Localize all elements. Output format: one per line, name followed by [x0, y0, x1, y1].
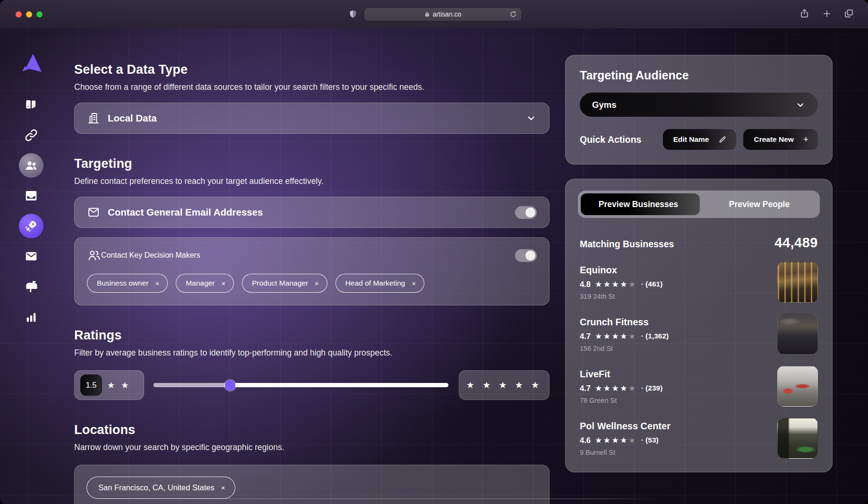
star-icons: ★★★★★ [595, 331, 637, 341]
targeting-subtitle: Define contact preferences to reach your… [74, 176, 550, 186]
role-chip[interactable]: Product Manager × [242, 274, 327, 293]
sidebar-item-inbox[interactable] [23, 187, 40, 204]
preview-card: Preview Businesses Preview People Matchi… [565, 179, 833, 472]
business-row[interactable]: Crunch Fitness 4.7 ★★★★★ · (1,362) 156 2… [578, 314, 820, 355]
tab-overview-icon[interactable] [843, 8, 855, 19]
chip-remove-icon[interactable]: × [221, 484, 225, 492]
business-row[interactable]: Equinox 4.8 ★★★★★ · (461) 319 24th St [578, 262, 820, 303]
targeting-audience-card: Targeting Audience Gyms Quick Actions Ed… [565, 55, 833, 165]
targeting-title: Targeting [74, 156, 550, 171]
sidebar-item-mailbox[interactable] [23, 278, 40, 295]
chip-remove-icon[interactable]: × [221, 279, 225, 287]
sidebar-item-analytics[interactable] [23, 308, 40, 325]
general-email-label: Contact General Email Addresses [108, 207, 263, 218]
key-decision-toggle[interactable] [515, 249, 537, 262]
key-decision-card: Contact Key Decision Makers Business own… [74, 237, 550, 305]
sidebar-item-email[interactable] [23, 248, 40, 265]
privacy-shield-icon[interactable] [347, 9, 359, 20]
sidebar [0, 28, 62, 504]
browser-titlebar: artisan.co [0, 0, 868, 28]
chevron-down-icon [525, 113, 537, 124]
chip-remove-icon[interactable]: × [412, 279, 416, 287]
locations-subtitle: Narrow down your search by specific geog… [74, 443, 550, 452]
key-decision-label: Contact Key Decision Makers [101, 251, 200, 260]
audience-selected: Gyms [592, 100, 616, 110]
matching-count: 44,489 [774, 235, 818, 251]
slider-thumb[interactable] [224, 380, 235, 391]
create-new-button[interactable]: Create New + [743, 129, 818, 150]
rating-max-stars: ★ ★ ★ ★ ★ [466, 380, 542, 391]
audience-title: Targeting Audience [580, 69, 818, 82]
chevron-down-icon [795, 100, 806, 110]
artisan-logo [19, 53, 43, 75]
rating-slider[interactable] [152, 370, 450, 400]
browser-window: artisan.co [0, 0, 868, 504]
plus-icon: + [803, 134, 808, 145]
star-icons: ★★★★★ [595, 279, 637, 289]
star-icons: ★★★★★ [595, 435, 637, 445]
data-type-selected-label: Local Data [108, 113, 157, 124]
business-photo [777, 366, 818, 407]
general-email-toggle[interactable] [515, 206, 537, 219]
rating-min-value: 1.5 [80, 374, 102, 396]
pencil-icon [718, 135, 727, 144]
app-canvas: Select a Data Type Choose from a range o… [0, 28, 868, 504]
url-text: artisan.co [433, 10, 462, 18]
chip-remove-icon[interactable]: × [315, 279, 319, 287]
sidebar-item-links[interactable] [23, 127, 40, 144]
address-bar[interactable]: artisan.co [364, 8, 521, 21]
data-type-title: Select a Data Type [74, 62, 550, 77]
role-chip[interactable]: Business owner × [87, 274, 168, 293]
business-photo [777, 262, 818, 303]
sidebar-item-campaigns[interactable] [19, 214, 43, 238]
business-photo [777, 314, 818, 355]
ratings-subtitle: Filter by average business ratings to id… [74, 348, 550, 358]
business-row[interactable]: LiveFit 4.7 ★★★★★ · (239) 78 Green St [578, 366, 820, 407]
tab-preview-people[interactable]: Preview People [699, 191, 820, 218]
chip-remove-icon[interactable]: × [155, 279, 159, 287]
locations-card: San Francisco, CA, United States × [74, 465, 550, 504]
edit-name-button[interactable]: Edit Name [663, 129, 737, 150]
rating-min-stars: ★ ★ [107, 380, 130, 391]
data-type-dropdown[interactable]: Local Data [74, 103, 550, 134]
rating-max-card: ★ ★ ★ ★ ★ [459, 370, 550, 400]
rating-min-card: 1.5 ★ ★ [74, 370, 144, 400]
locations-title: Locations [74, 423, 550, 437]
sidebar-item-cards[interactable] [23, 96, 40, 113]
location-chip[interactable]: San Francisco, CA, United States × [86, 477, 235, 499]
reload-icon[interactable] [509, 10, 517, 18]
new-tab-icon[interactable] [821, 8, 833, 19]
business-row[interactable]: Pol Wellness Center 4.6 ★★★★★ · (53) 9 B… [578, 418, 820, 459]
star-icons: ★★★★★ [595, 383, 637, 393]
audience-dropdown[interactable]: Gyms [580, 93, 818, 117]
general-email-row: Contact General Email Addresses [74, 197, 550, 228]
lock-icon [424, 11, 430, 17]
slider-fill [154, 383, 224, 387]
tab-preview-businesses[interactable]: Preview Businesses [578, 191, 699, 218]
building-icon [87, 112, 100, 125]
matching-label: Matching Businesses [580, 239, 674, 250]
preview-tabs: Preview Businesses Preview People [578, 191, 820, 218]
role-chip[interactable]: Manager × [176, 274, 234, 293]
sidebar-item-people[interactable] [19, 153, 43, 178]
share-icon[interactable] [799, 8, 810, 19]
role-chip[interactable]: Head of Marketing × [335, 274, 424, 293]
ratings-title: Ratings [74, 328, 550, 343]
data-type-subtitle: Choose from a range of different data so… [74, 82, 550, 92]
users-icon [87, 248, 101, 262]
envelope-icon [87, 206, 100, 219]
business-photo [777, 418, 818, 459]
quick-actions-label: Quick Actions [580, 134, 641, 145]
